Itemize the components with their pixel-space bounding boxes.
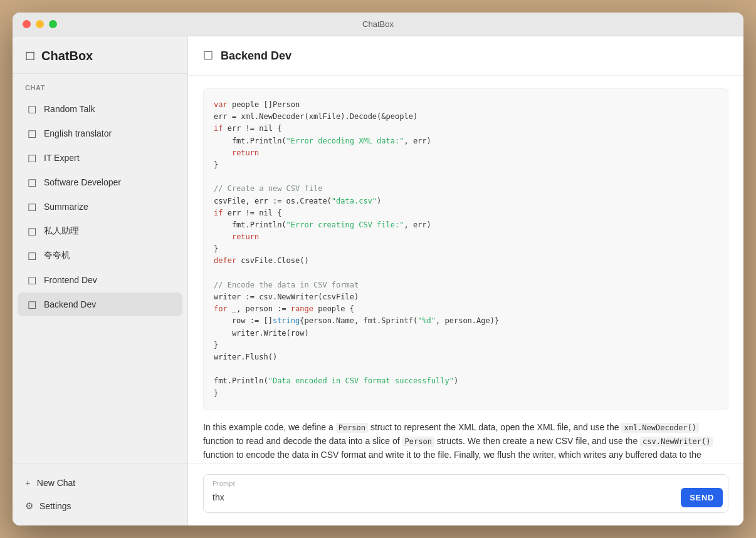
chat-icon-sw: ☐ (28, 177, 38, 187)
chat-icon-random: ☐ (28, 104, 38, 114)
settings-label: Settings (39, 501, 71, 511)
sidebar-item-software-developer[interactable]: ☐ Software Developer ••• (18, 170, 182, 194)
new-chat-button[interactable]: + New Chat (18, 471, 182, 494)
titlebar: ChatBox (13, 13, 743, 36)
main-content: ☐ Backend Dev var people []Person err = … (188, 36, 743, 525)
desc-code1: Person (336, 423, 368, 433)
desc-code3: Person (402, 437, 434, 447)
sidebar-item-label: Software Developer (44, 177, 162, 187)
window-title: ChatBox (362, 19, 394, 29)
new-chat-label: New Chat (37, 478, 75, 488)
chat-icon-english: ☐ (28, 128, 38, 138)
sidebar-item-backend-dev[interactable]: ☐ Backend Dev ••• (18, 292, 182, 316)
sidebar-item-label: 私人助理 (44, 225, 162, 237)
desc-code4: csv.NewWriter() (640, 437, 713, 447)
app-body: ☐ ChatBox CHAT ☐ Random Talk ••• ☐ Engli… (13, 36, 743, 525)
desc-text5: function to encode the data in CSV forma… (203, 450, 701, 463)
gear-icon: ⚙ (25, 500, 33, 512)
input-wrapper: Prompt thx SEND (203, 474, 728, 513)
sidebar: ☐ ChatBox CHAT ☐ Random Talk ••• ☐ Engli… (13, 36, 188, 525)
main-header: ☐ Backend Dev (188, 36, 743, 76)
chat-section-label: CHAT (13, 74, 187, 96)
chat-icon-praise: ☐ (28, 251, 38, 261)
description-text: In this example code, we define a Person… (203, 420, 728, 463)
window-controls (23, 20, 57, 28)
header-chat-icon: ☐ (203, 49, 213, 63)
sidebar-item-praise-machine[interactable]: ☐ 夸夸机 ••• (18, 244, 182, 267)
desc-text1: In this example code, we define a (203, 422, 336, 432)
send-button[interactable]: SEND (681, 488, 723, 507)
prompt-label: Prompt (213, 480, 234, 487)
chat-icon-backend: ☐ (28, 299, 38, 309)
input-area: Prompt thx SEND (188, 463, 743, 525)
desc-text4: structs. We then create a new CSV file, … (434, 436, 640, 446)
sidebar-item-it-expert[interactable]: ☐ IT Expert ••• (18, 146, 182, 170)
chat-messages[interactable]: var people []Person err = xml.NewDecoder… (188, 76, 743, 463)
desc-text3: function to read and decode the data int… (203, 436, 402, 446)
sidebar-item-summarize[interactable]: ☐ Summarize ••• (18, 195, 182, 219)
sidebar-item-random-talk[interactable]: ☐ Random Talk ••• (18, 97, 182, 121)
sidebar-item-english-translator[interactable]: ☐ English translator ••• (18, 122, 182, 145)
chatbox-icon: ☐ (25, 49, 35, 63)
sidebar-item-label: Random Talk (44, 104, 162, 114)
sidebar-item-label: English translator (44, 128, 162, 138)
sidebar-item-personal-assistant[interactable]: ☐ 私人助理 ••• (18, 219, 182, 243)
sidebar-item-label: Frontend Dev (44, 275, 162, 285)
sidebar-item-label: Backend Dev (44, 299, 162, 309)
sidebar-item-frontend-dev[interactable]: ☐ Frontend Dev ••• (18, 268, 182, 292)
sidebar-item-label: IT Expert (44, 153, 162, 163)
code-block: var people []Person err = xml.NewDecoder… (203, 88, 728, 410)
sidebar-title: ChatBox (41, 49, 93, 63)
chat-icon-frontend: ☐ (28, 275, 38, 285)
sidebar-items-list: ☐ Random Talk ••• ☐ English translator •… (13, 96, 187, 463)
plus-icon: + (25, 477, 31, 488)
desc-text2: struct to represent the XML data, open t… (368, 422, 621, 432)
prompt-input[interactable]: thx (204, 475, 728, 510)
desc-code2: xml.NewDecoder() (621, 423, 699, 433)
settings-button[interactable]: ⚙ Settings (18, 494, 182, 518)
close-button[interactable] (23, 20, 31, 28)
maximize-button[interactable] (49, 20, 57, 28)
app-window: ChatBox ☐ ChatBox CHAT ☐ Random Talk •••… (13, 13, 743, 525)
minimize-button[interactable] (36, 20, 44, 28)
sidebar-footer: + New Chat ⚙ Settings (13, 463, 187, 525)
chat-icon-personal: ☐ (28, 226, 38, 236)
main-title: Backend Dev (221, 49, 291, 63)
chat-icon-summarize: ☐ (28, 202, 38, 212)
sidebar-item-label: 夸夸机 (44, 250, 162, 261)
sidebar-item-label: Summarize (44, 202, 162, 212)
sidebar-header: ☐ ChatBox (13, 36, 187, 74)
chat-icon-it: ☐ (28, 153, 38, 163)
